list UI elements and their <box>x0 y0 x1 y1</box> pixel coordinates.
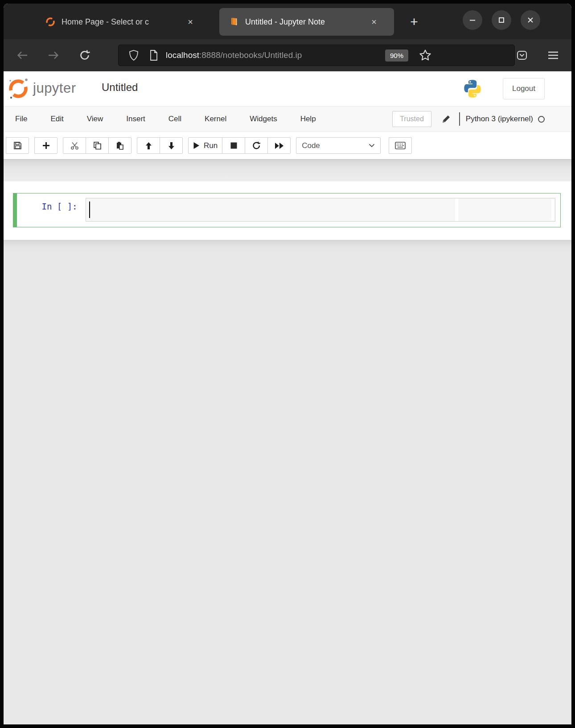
cell-input-prompt: In [ ]: <box>17 193 86 227</box>
hamburger-menu-icon[interactable] <box>547 50 559 60</box>
notebook-title[interactable]: Untitled <box>102 81 138 94</box>
menu-kernel[interactable]: Kernel <box>193 115 238 123</box>
jupyter-toolbar: Run Code <box>4 132 571 160</box>
copy-cells-button[interactable] <box>86 137 109 154</box>
jupyter-menubar: File Edit View Insert Cell Kernel Widget… <box>4 106 571 132</box>
notebook-container: In [ ]: <box>4 181 571 240</box>
navbar-right-icons <box>516 39 559 71</box>
command-palette-button[interactable] <box>389 137 412 154</box>
restart-kernel-button[interactable] <box>245 137 268 154</box>
page-info-icon[interactable] <box>149 49 159 61</box>
browser-titlebar: Home Page - Select or c × Untitled - Jup… <box>4 4 571 39</box>
url-text[interactable]: localhost:8888/notebooks/Untitled.ip <box>166 50 380 60</box>
jupyter-favicon-icon <box>45 17 55 27</box>
jupyter-header: jupyter Untitled Logout <box>4 71 571 106</box>
jupyter-logo-text: jupyter <box>33 80 76 96</box>
restart-run-all-button[interactable] <box>267 137 291 154</box>
forward-button-icon[interactable] <box>45 50 62 61</box>
kernel-idle-indicator-icon <box>538 116 545 123</box>
pocket-icon[interactable] <box>516 50 528 61</box>
browser-navbar: localhost:8888/notebooks/Untitled.ip 90% <box>4 39 571 71</box>
notebook-background <box>4 240 571 724</box>
kernel-name[interactable]: Python 3 (ipykernel) <box>466 115 533 123</box>
chevron-down-icon <box>369 144 375 148</box>
menu-view[interactable]: View <box>75 115 115 123</box>
menu-edit[interactable]: Edit <box>39 115 75 123</box>
notebook-book-icon <box>229 17 239 27</box>
tab-close-icon[interactable]: × <box>367 17 381 27</box>
window-controls <box>463 10 540 30</box>
menu-cell[interactable]: Cell <box>157 115 193 123</box>
shield-icon[interactable] <box>128 49 139 61</box>
tab-untitled-notebook[interactable]: Untitled - Jupyter Note × <box>219 8 394 36</box>
trusted-notebook-button[interactable]: Trusted <box>392 111 431 127</box>
run-cell-button[interactable]: Run <box>188 137 222 154</box>
edit-mode-pencil-icon <box>441 114 451 124</box>
paste-cells-button[interactable] <box>108 137 131 154</box>
tab-home-page[interactable]: Home Page - Select or c × <box>36 8 209 36</box>
code-cell-selected[interactable]: In [ ]: <box>13 193 561 227</box>
cell-type-select[interactable]: Code <box>296 137 381 154</box>
editor-scrollbar-filler <box>551 199 554 220</box>
back-button-icon[interactable] <box>13 50 31 61</box>
interrupt-kernel-button[interactable] <box>222 137 245 154</box>
menu-file[interactable]: File <box>4 115 39 123</box>
bookmark-star-icon[interactable] <box>419 49 431 62</box>
toolbar-shadow-band <box>4 160 571 181</box>
jupyter-page: jupyter Untitled Logout File Edit View I… <box>4 71 571 724</box>
jupyter-logo[interactable]: jupyter <box>7 77 76 100</box>
move-cell-down-button[interactable] <box>160 137 183 154</box>
menu-help[interactable]: Help <box>289 115 328 123</box>
move-cell-up-button[interactable] <box>137 137 160 154</box>
cut-cells-button[interactable] <box>63 137 86 154</box>
browser-window: Home Page - Select or c × Untitled - Jup… <box>4 4 571 724</box>
maximize-button[interactable] <box>492 10 511 30</box>
python-logo-icon <box>463 79 482 99</box>
jupyter-logo-icon <box>7 77 29 100</box>
insert-cell-below-button[interactable] <box>34 137 58 154</box>
menu-widgets[interactable]: Widgets <box>238 115 288 123</box>
tab-title: Home Page - Select or c <box>62 17 183 27</box>
tab-close-icon[interactable]: × <box>184 17 197 27</box>
cell-type-value: Code <box>302 141 369 150</box>
close-button[interactable] <box>521 10 540 30</box>
desktop-background: Home Page - Select or c × Untitled - Jup… <box>0 0 575 728</box>
new-tab-button[interactable]: + <box>404 12 424 32</box>
editor-gutter-strip <box>455 198 458 221</box>
url-host: localhost <box>166 50 199 60</box>
kernel-divider <box>459 112 460 126</box>
minimize-button[interactable] <box>463 10 482 30</box>
logout-button[interactable]: Logout <box>503 78 545 99</box>
text-cursor <box>89 202 90 218</box>
run-label: Run <box>204 141 218 150</box>
save-button[interactable] <box>6 137 29 154</box>
reload-button-icon[interactable] <box>76 49 94 61</box>
zoom-level-badge[interactable]: 90% <box>385 49 408 62</box>
url-path: :8888/notebooks/Untitled.ip <box>199 50 302 60</box>
url-bar[interactable]: localhost:8888/notebooks/Untitled.ip 90% <box>118 45 515 66</box>
tab-title: Untitled - Jupyter Note <box>245 17 366 27</box>
menu-insert[interactable]: Insert <box>115 115 157 123</box>
cell-code-editor[interactable] <box>86 198 555 222</box>
